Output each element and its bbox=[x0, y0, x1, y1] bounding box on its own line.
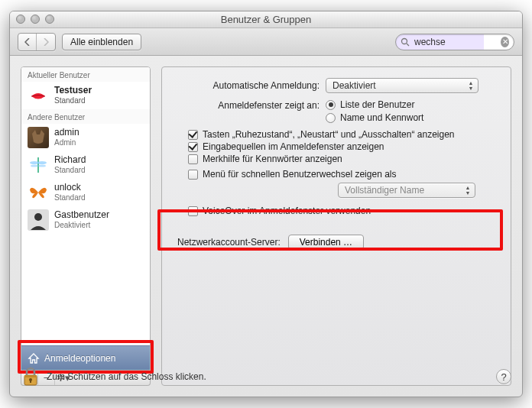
svg-point-0 bbox=[402, 38, 407, 44]
user-name: Testuser bbox=[54, 86, 92, 96]
radio-indicator-icon bbox=[326, 100, 336, 110]
house-icon bbox=[28, 352, 40, 364]
group-label-current: Aktueller Benutzer bbox=[21, 67, 150, 82]
avatar bbox=[28, 127, 49, 148]
show-all-button[interactable]: Alle einblenden bbox=[62, 34, 141, 50]
user-list: Aktueller Benutzer Testuser Standard And… bbox=[21, 66, 151, 371]
search-input[interactable] bbox=[413, 36, 498, 48]
auto-login-popup[interactable]: Deaktiviert ▲▼ bbox=[326, 78, 478, 93]
svg-point-6 bbox=[38, 164, 46, 167]
chevron-left-icon bbox=[24, 38, 31, 46]
checkbox-show-buttons[interactable]: Tasten „Ruhezustand“, „Neustart“ und „Au… bbox=[173, 129, 500, 140]
user-row[interactable]: admin Admin bbox=[21, 124, 150, 151]
user-row-guest[interactable]: Gastbenutzer Deaktiviert bbox=[21, 206, 150, 234]
checkbox-input-sources[interactable]: Eingabequellen im Anmeldefenster anzeige… bbox=[173, 141, 500, 152]
user-row-current[interactable]: Testuser Standard bbox=[21, 82, 150, 109]
dragonfly-icon bbox=[28, 154, 49, 176]
user-role: Standard bbox=[54, 193, 86, 202]
fast-switch-style-popup[interactable]: Vollständiger Name ▲▼ bbox=[338, 183, 475, 198]
avatar bbox=[28, 209, 49, 231]
user-name: Richard bbox=[54, 155, 86, 166]
svg-point-7 bbox=[34, 213, 42, 221]
svg-point-4 bbox=[37, 161, 47, 164]
back-button[interactable] bbox=[18, 34, 37, 50]
avatar bbox=[28, 182, 49, 203]
radio-user-list[interactable]: Liste der Benutzer bbox=[326, 99, 423, 110]
person-silhouette-icon bbox=[28, 209, 49, 231]
svg-rect-9 bbox=[24, 375, 37, 377]
search-field[interactable]: ✕ bbox=[395, 34, 514, 50]
user-role: Standard bbox=[54, 166, 86, 175]
radio-indicator-icon bbox=[326, 113, 336, 123]
minimize-window-button[interactable] bbox=[31, 15, 40, 24]
lock-icon[interactable] bbox=[21, 366, 41, 387]
checkbox-fast-user-switching[interactable]: Menü für schnellen Benutzerwechsel zeige… bbox=[173, 169, 500, 180]
nav-back-forward bbox=[18, 33, 56, 51]
auto-login-label: Automatische Anmeldung: bbox=[173, 80, 326, 91]
close-window-button[interactable] bbox=[16, 15, 25, 24]
user-name: Gastbenutzer bbox=[54, 210, 109, 221]
radio-name-password[interactable]: Name und Kennwort bbox=[326, 112, 423, 123]
user-row[interactable]: unlock Standard bbox=[21, 179, 150, 206]
auto-login-value: Deaktiviert bbox=[332, 80, 376, 91]
search-icon bbox=[401, 37, 410, 47]
fast-switch-style-value: Vollständiger Name bbox=[345, 185, 424, 196]
checkbox-password-hints[interactable]: Merkhilfe für Kennwörter anzeigen bbox=[173, 154, 500, 164]
user-role: Deaktiviert bbox=[54, 221, 109, 230]
user-role: Admin bbox=[54, 138, 79, 147]
user-name: unlock bbox=[54, 183, 86, 193]
checkbox-indicator-icon bbox=[188, 130, 198, 140]
lock-hint-text: Zum Schützen auf das Schloss klicken. bbox=[47, 371, 206, 382]
toolbar: Alle einblenden ✕ bbox=[10, 28, 522, 56]
window-title: Benutzer & Gruppen bbox=[221, 14, 312, 25]
checkbox-indicator-icon bbox=[188, 142, 198, 152]
svg-point-5 bbox=[31, 164, 38, 167]
clear-search-button[interactable]: ✕ bbox=[501, 37, 509, 47]
avatar bbox=[28, 154, 49, 176]
sidebar: Aktueller Benutzer Testuser Standard And… bbox=[21, 66, 151, 386]
group-label-others: Andere Benutzer bbox=[21, 109, 150, 124]
updown-arrows-icon: ▲▼ bbox=[463, 185, 472, 196]
svg-rect-11 bbox=[30, 380, 31, 383]
chevron-right-icon bbox=[43, 38, 49, 46]
checkbox-indicator-icon bbox=[188, 154, 198, 164]
titlebar: Benutzer & Gruppen bbox=[10, 11, 522, 28]
butterfly-icon bbox=[28, 182, 49, 203]
avatar bbox=[28, 85, 49, 106]
user-row[interactable]: Richard Standard bbox=[21, 151, 150, 179]
prefs-window: Benutzer & Gruppen Alle einblenden ✕ Akt… bbox=[9, 11, 523, 397]
updown-arrows-icon: ▲▼ bbox=[466, 80, 475, 91]
zoom-window-button[interactable] bbox=[45, 15, 54, 24]
svg-line-1 bbox=[407, 44, 409, 46]
forward-button[interactable] bbox=[37, 34, 55, 50]
checkbox-indicator-icon bbox=[188, 170, 198, 180]
login-options-label: Anmeldeoptionen bbox=[44, 353, 115, 364]
help-button[interactable]: ? bbox=[496, 369, 511, 384]
settings-panel: Automatische Anmeldung: Deaktiviert ▲▼ A… bbox=[161, 66, 511, 386]
window-controls bbox=[16, 15, 54, 24]
cat-icon bbox=[28, 127, 49, 148]
highlight-annotation bbox=[157, 209, 503, 251]
footer: Zum Schützen auf das Schloss klicken. ? bbox=[21, 366, 511, 387]
user-name: admin bbox=[54, 128, 79, 138]
user-role: Standard bbox=[54, 96, 92, 105]
lips-icon bbox=[28, 85, 49, 106]
login-window-label: Anmeldefenster zeigt an: bbox=[173, 99, 326, 111]
